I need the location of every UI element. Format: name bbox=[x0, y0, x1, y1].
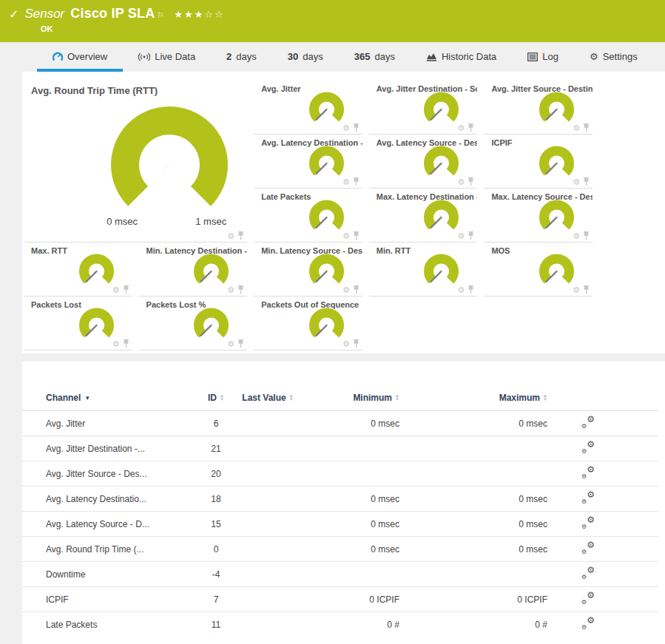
tab-label: Historic Data bbox=[442, 51, 496, 62]
tab-365-days[interactable]: 365 days bbox=[339, 51, 411, 72]
gauge-settings-gear-icon[interactable]: ⚙ bbox=[458, 178, 465, 186]
tab-historic-data[interactable]: Historic Data bbox=[411, 51, 512, 72]
table-row[interactable]: Avg. Jitter Destination -... 21 ⚙⚙ bbox=[22, 435, 658, 461]
flag-icon[interactable]: ⚐ bbox=[157, 11, 163, 19]
sort-icon: ▲▼ bbox=[220, 394, 224, 401]
tab-label: Log bbox=[542, 51, 558, 62]
pin-icon[interactable] bbox=[583, 231, 590, 240]
gauge-dial bbox=[306, 91, 349, 128]
channel-id: 21 bbox=[194, 444, 238, 454]
column-header-maximum[interactable]: Maximum▲▼ bbox=[399, 393, 547, 403]
channel-edit-icon[interactable]: ⚙⚙ bbox=[581, 542, 595, 554]
gauge-settings-gear-icon[interactable]: ⚙ bbox=[573, 178, 580, 186]
channel-maximum: 0 ICPIF bbox=[399, 594, 547, 605]
channel-name: Avg. Jitter bbox=[46, 418, 194, 429]
pin-icon[interactable] bbox=[467, 285, 474, 294]
pin-icon[interactable] bbox=[583, 123, 590, 132]
channel-id: 15 bbox=[194, 519, 238, 529]
tab-live-data[interactable]: Live Data bbox=[123, 51, 211, 72]
pin-icon[interactable] bbox=[467, 177, 474, 186]
pin-icon[interactable] bbox=[237, 339, 244, 348]
pin-icon[interactable] bbox=[467, 231, 474, 240]
pin-icon[interactable] bbox=[123, 339, 129, 348]
gauge-settings-gear-icon[interactable]: ⚙ bbox=[342, 232, 350, 240]
gauge-settings-gear-icon[interactable]: ⚙ bbox=[227, 286, 234, 294]
table-row[interactable]: Avg. Jitter Source - Des... 20 ⚙⚙ bbox=[22, 461, 658, 486]
pin-icon[interactable] bbox=[353, 123, 359, 132]
pin-icon[interactable] bbox=[583, 285, 590, 294]
gauge-settings-gear-icon[interactable]: ⚙ bbox=[458, 232, 465, 240]
gauge-settings-gear-icon[interactable]: ⚙ bbox=[227, 232, 234, 240]
gauge-scale-max: 1 msec bbox=[195, 216, 226, 227]
channel-edit-icon[interactable]: ⚙⚙ bbox=[581, 467, 595, 478]
gauge-icon bbox=[53, 52, 63, 62]
tab-overview[interactable]: Overview bbox=[37, 51, 123, 72]
table-row[interactable]: Avg. Latency Destinatio... 18 0 msec 0 m… bbox=[22, 486, 658, 511]
table-row[interactable]: Avg. Round Trip Time (... 0 0 msec 0 mse… bbox=[22, 536, 658, 561]
pin-icon[interactable] bbox=[237, 231, 244, 240]
gauge-card-9: Max. RTT ⚙ bbox=[24, 243, 132, 296]
pin-icon[interactable] bbox=[353, 177, 359, 186]
channel-name: Avg. Latency Destinatio... bbox=[46, 494, 194, 504]
status-check-icon: ✓ bbox=[9, 7, 18, 21]
pin-icon[interactable] bbox=[237, 285, 244, 294]
gauge-scale-min: 0 msec bbox=[107, 216, 138, 227]
channel-edit-icon[interactable]: ⚙⚙ bbox=[581, 617, 595, 629]
pin-icon[interactable] bbox=[123, 285, 129, 294]
tab-settings[interactable]: ⚙ Settings bbox=[574, 51, 653, 72]
gauge-settings-gear-icon[interactable]: ⚙ bbox=[458, 286, 465, 294]
column-header-last-value[interactable]: Last Value▲▼ bbox=[238, 393, 297, 403]
channel-name: Avg. Latency Source - D... bbox=[46, 519, 194, 529]
channel-edit-icon[interactable]: ⚙⚙ bbox=[581, 592, 595, 604]
gauge-card-5: ICPIF ⚙ bbox=[484, 135, 593, 189]
gauge-settings-gear-icon[interactable]: ⚙ bbox=[342, 340, 350, 348]
channel-edit-icon[interactable]: ⚙⚙ bbox=[581, 492, 595, 504]
gauge-card-14: Packets Lost ⚙ bbox=[24, 296, 132, 350]
channel-minimum: 0 ICPIF bbox=[297, 594, 399, 605]
gauge-title: Min. Latency Destination - So... bbox=[139, 243, 248, 255]
pin-icon[interactable] bbox=[467, 123, 474, 132]
pin-icon[interactable] bbox=[353, 231, 359, 240]
gauge-card-15: Packets Lost % ⚙ bbox=[139, 296, 248, 350]
gauge-card-16: Packets Out of Sequence ⚙ bbox=[254, 296, 362, 350]
tab-label: days bbox=[374, 51, 394, 62]
table-row[interactable]: Avg. Jitter 6 0 msec 0 msec ⚙⚙ bbox=[22, 411, 658, 435]
pin-icon[interactable] bbox=[353, 285, 359, 294]
table-row[interactable]: ICPIF 7 0 ICPIF 0 ICPIF ⚙⚙ bbox=[22, 586, 658, 611]
gauge-settings-gear-icon[interactable]: ⚙ bbox=[112, 340, 120, 348]
column-header-minimum[interactable]: Minimum▲▼ bbox=[297, 393, 399, 403]
table-row[interactable]: Avg. Latency Source - D... 15 0 msec 0 m… bbox=[22, 511, 658, 536]
gauge-settings-gear-icon[interactable]: ⚙ bbox=[342, 124, 350, 132]
gauge-settings-gear-icon[interactable]: ⚙ bbox=[112, 286, 120, 294]
table-row[interactable]: Downtime -4 ⚙⚙ bbox=[22, 561, 658, 586]
channel-maximum: 0 msec bbox=[399, 418, 547, 429]
gauge-dial bbox=[191, 307, 234, 344]
channel-edit-icon[interactable]: ⚙⚙ bbox=[581, 517, 595, 529]
gauge-dial bbox=[76, 253, 119, 290]
column-header-id[interactable]: ID▲▼ bbox=[194, 393, 238, 403]
channel-name: ICPIF bbox=[46, 594, 194, 605]
channel-edit-icon[interactable]: ⚙⚙ bbox=[581, 441, 595, 453]
tab-30-days[interactable]: 30 days bbox=[272, 51, 339, 72]
tab-log[interactable]: Log bbox=[512, 51, 574, 72]
channel-edit-icon[interactable]: ⚙⚙ bbox=[581, 567, 595, 579]
gauge-settings-gear-icon[interactable]: ⚙ bbox=[573, 286, 580, 294]
priority-stars[interactable]: ★★★☆☆ bbox=[174, 9, 224, 20]
channel-name: Avg. Jitter Destination -... bbox=[46, 444, 194, 454]
channel-edit-icon[interactable]: ⚙⚙ bbox=[581, 416, 595, 428]
gauge-settings-gear-icon[interactable]: ⚙ bbox=[342, 286, 350, 294]
gauge-settings-gear-icon[interactable]: ⚙ bbox=[227, 340, 234, 348]
gauge-settings-gear-icon[interactable]: ⚙ bbox=[573, 232, 580, 240]
table-row[interactable]: Late Packets 11 0 # 0 # ⚙⚙ bbox=[22, 611, 658, 637]
channel-table-panel: Channel▼ ID▲▼ Last Value▲▼ Minimum▲▼ Max… bbox=[22, 362, 665, 644]
gauge-card-1: Avg. Jitter Destination - Source ⚙ bbox=[369, 81, 478, 135]
tab-2-days[interactable]: 2 days bbox=[211, 51, 272, 72]
gauge-settings-gear-icon[interactable]: ⚙ bbox=[458, 124, 465, 132]
gauge-settings-gear-icon[interactable]: ⚙ bbox=[573, 124, 580, 132]
column-header-channel[interactable]: Channel▼ bbox=[46, 393, 194, 403]
pin-icon[interactable] bbox=[353, 339, 359, 348]
gauge-settings-gear-icon[interactable]: ⚙ bbox=[342, 178, 350, 186]
table-body: Avg. Jitter 6 0 msec 0 msec ⚙⚙ Avg. Jitt… bbox=[22, 410, 658, 637]
pin-icon[interactable] bbox=[583, 177, 590, 186]
log-icon bbox=[527, 52, 538, 61]
